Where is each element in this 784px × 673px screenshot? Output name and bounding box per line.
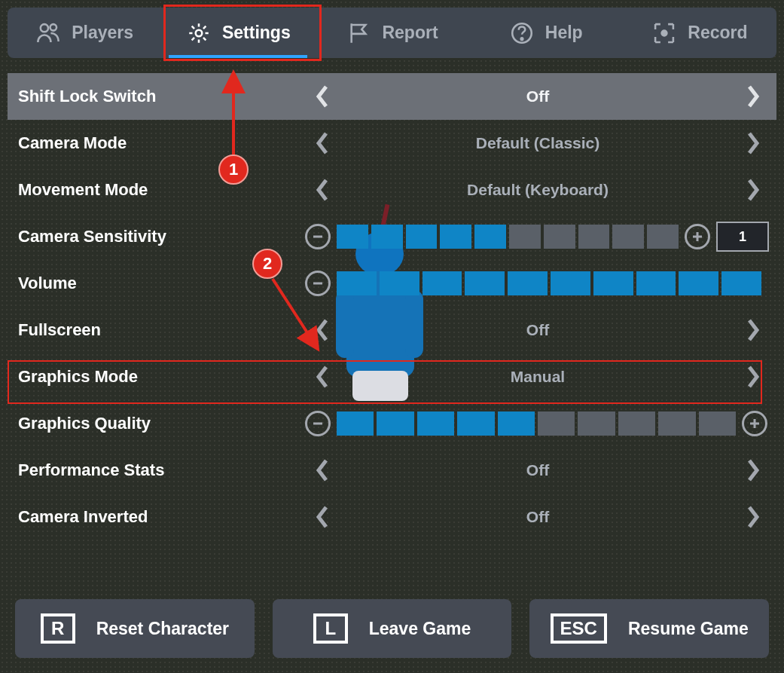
tab-help[interactable]: Help bbox=[469, 8, 623, 58]
minus-button[interactable] bbox=[305, 224, 331, 249]
setting-camera-mode: Camera Mode Default (Classic) bbox=[8, 120, 776, 167]
minus-button[interactable] bbox=[305, 411, 331, 436]
tab-report[interactable]: Report bbox=[315, 8, 468, 58]
svg-point-0 bbox=[41, 24, 48, 32]
key-hint: R bbox=[41, 613, 75, 644]
setting-performance-stats: Performance Stats Off bbox=[8, 447, 776, 494]
chevron-right-icon[interactable] bbox=[736, 500, 770, 534]
chevron-left-icon[interactable] bbox=[305, 453, 340, 488]
chevron-left-icon[interactable] bbox=[305, 79, 340, 114]
setting-value: Manual bbox=[340, 368, 736, 386]
quality-slider[interactable] bbox=[337, 411, 736, 436]
setting-value: Off bbox=[340, 87, 736, 106]
tab-bar: Players Settings Report bbox=[8, 8, 776, 58]
setting-label: Performance Stats bbox=[8, 460, 305, 480]
setting-label: Shift Lock Switch bbox=[8, 87, 305, 106]
chevron-left-icon[interactable] bbox=[305, 359, 340, 394]
minus-button[interactable] bbox=[305, 271, 331, 296]
setting-label: Graphics Quality bbox=[8, 414, 305, 433]
svg-point-4 bbox=[521, 38, 523, 40]
setting-movement-mode: Movement Mode Default (Keyboard) bbox=[8, 167, 776, 213]
volume-slider[interactable] bbox=[337, 271, 761, 295]
tab-players[interactable]: Players bbox=[8, 8, 161, 58]
button-label: Resume Game bbox=[628, 619, 749, 639]
gear-icon bbox=[186, 20, 212, 46]
bottom-button-bar: R Reset Character L Leave Game ESC Resum… bbox=[15, 599, 769, 658]
svg-point-5 bbox=[662, 30, 667, 35]
setting-graphics-mode: Graphics Mode Manual bbox=[8, 353, 776, 400]
setting-value: Off bbox=[340, 461, 736, 479]
setting-value: Default (Classic) bbox=[340, 134, 736, 152]
sensitivity-input[interactable]: 1 bbox=[716, 222, 769, 252]
setting-shift-lock: Shift Lock Switch Off bbox=[8, 73, 776, 120]
chevron-right-icon[interactable] bbox=[736, 126, 770, 161]
button-label: Reset Character bbox=[96, 619, 229, 639]
setting-label: Camera Mode bbox=[8, 133, 305, 153]
setting-fullscreen: Fullscreen Off bbox=[8, 307, 776, 353]
reset-character-button[interactable]: R Reset Character bbox=[15, 599, 255, 658]
setting-value: Off bbox=[340, 508, 736, 526]
tab-label: Settings bbox=[222, 23, 291, 43]
setting-label: Movement Mode bbox=[8, 180, 305, 200]
settings-panel: Shift Lock Switch Off Camera Mode Defaul… bbox=[8, 73, 776, 540]
plus-button[interactable] bbox=[742, 411, 767, 436]
key-hint: L bbox=[313, 613, 348, 644]
setting-graphics-quality: Graphics Quality bbox=[8, 400, 776, 447]
setting-label: Graphics Mode bbox=[8, 367, 305, 387]
tab-label: Help bbox=[545, 23, 583, 43]
chevron-right-icon[interactable] bbox=[736, 173, 770, 207]
tab-label: Report bbox=[382, 23, 438, 43]
svg-point-1 bbox=[50, 24, 57, 30]
game-menu: Players Settings Report bbox=[8, 8, 776, 540]
setting-volume: Volume bbox=[8, 260, 776, 307]
help-icon bbox=[509, 20, 535, 46]
setting-value: Off bbox=[340, 321, 736, 339]
chevron-left-icon[interactable] bbox=[305, 173, 340, 207]
key-hint: ESC bbox=[551, 613, 607, 644]
svg-point-2 bbox=[196, 29, 203, 36]
setting-value: Default (Keyboard) bbox=[340, 181, 736, 199]
chevron-left-icon[interactable] bbox=[305, 500, 340, 534]
flag-icon bbox=[346, 20, 371, 46]
tab-label: Players bbox=[72, 23, 133, 43]
leave-game-button[interactable]: L Leave Game bbox=[273, 599, 512, 658]
sensitivity-slider[interactable] bbox=[337, 225, 679, 249]
tab-settings[interactable]: Settings bbox=[161, 8, 315, 58]
button-label: Leave Game bbox=[369, 619, 471, 639]
chevron-right-icon[interactable] bbox=[736, 79, 770, 114]
plus-button[interactable] bbox=[685, 224, 710, 249]
record-icon bbox=[651, 20, 677, 46]
chevron-right-icon[interactable] bbox=[736, 313, 770, 347]
resume-game-button[interactable]: ESC Resume Game bbox=[529, 599, 769, 658]
tab-label: Record bbox=[688, 23, 747, 43]
setting-label: Camera Sensitivity bbox=[8, 227, 305, 246]
setting-label: Volume bbox=[8, 274, 305, 293]
chevron-right-icon[interactable] bbox=[736, 453, 770, 488]
setting-label: Fullscreen bbox=[8, 320, 305, 340]
chevron-left-icon[interactable] bbox=[305, 313, 340, 347]
tab-record[interactable]: Record bbox=[623, 8, 776, 58]
setting-camera-sensitivity: Camera Sensitivity 1 bbox=[8, 213, 776, 260]
setting-label: Camera Inverted bbox=[8, 507, 305, 527]
chevron-right-icon[interactable] bbox=[736, 359, 770, 394]
setting-camera-inverted: Camera Inverted Off bbox=[8, 494, 776, 540]
chevron-left-icon[interactable] bbox=[305, 126, 340, 161]
players-icon bbox=[35, 20, 61, 46]
